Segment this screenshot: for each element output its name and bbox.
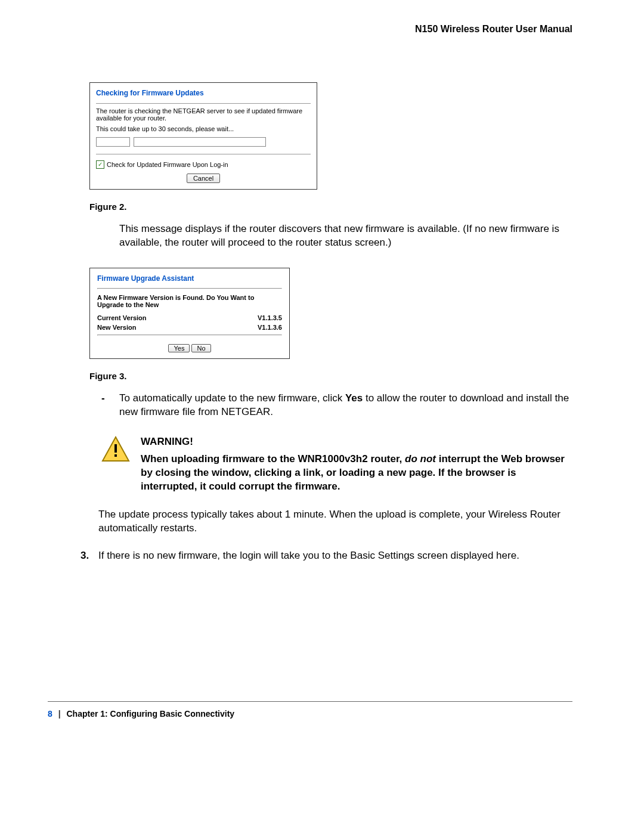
divider <box>97 288 282 289</box>
bullet-text-before: To automatically update to the new firmw… <box>119 392 345 404</box>
footer-separator: | <box>58 709 61 719</box>
document-header-title: N150 Wireless Router User Manual <box>72 24 572 35</box>
yes-button[interactable]: Yes <box>168 344 190 352</box>
figure3-caption: Figure 3. <box>89 371 572 381</box>
footer-divider <box>48 701 572 702</box>
new-version-value: V1.1.3.6 <box>258 324 282 331</box>
check-update-on-login-checkbox[interactable]: ✓ <box>96 160 104 169</box>
svg-rect-1 <box>114 444 117 453</box>
page-number: 8 <box>48 709 52 719</box>
step-3-number: 3. <box>80 549 98 563</box>
bullet-auto-update: - To automatically update to the new fir… <box>101 392 572 419</box>
step-3-text: If there is no new firmware, the login w… <box>98 549 572 563</box>
svg-rect-2 <box>114 454 117 457</box>
warning-text: When uploading firmware to the WNR1000v3… <box>141 453 572 494</box>
paragraph-1: This message displays if the router disc… <box>119 222 572 250</box>
progress-segment-small <box>96 137 130 147</box>
dash-marker: - <box>101 392 119 419</box>
current-version-label: Current Version <box>97 314 147 321</box>
new-version-label: New Version <box>97 324 136 331</box>
panel3-title: Firmware Upgrade Assistant <box>97 274 282 285</box>
progress-row <box>96 137 311 147</box>
cancel-button[interactable]: Cancel <box>187 174 220 183</box>
bullet-yes-word: Yes <box>345 392 363 404</box>
panel2-line1: The router is checking the NETGEAR serve… <box>96 107 311 122</box>
panel2-title: Checking for Firmware Updates <box>96 89 311 100</box>
panel2-line2: This could take up to 30 seconds, please… <box>96 125 311 132</box>
warning-part1: When uploading firmware to the WNR1000v3… <box>141 453 405 465</box>
panel3-question: A New Firmware Version is Found. Do You … <box>97 294 282 308</box>
footer-chapter: Chapter 1: Configuring Basic Connectivit… <box>67 709 235 719</box>
step-3: 3. If there is no new firmware, the logi… <box>80 549 572 563</box>
warning-heading: WARNING! <box>141 436 572 448</box>
checking-firmware-panel: Checking for Firmware Updates The router… <box>89 82 317 190</box>
divider <box>96 103 311 104</box>
paragraph-update-duration: The update process typically takes about… <box>98 508 572 535</box>
progress-segment-large <box>134 137 266 147</box>
divider <box>97 335 282 336</box>
figure2-caption: Figure 2. <box>89 202 572 212</box>
no-button[interactable]: No <box>191 344 210 352</box>
page-footer: 8 | Chapter 1: Configuring Basic Connect… <box>48 709 234 719</box>
warning-do-not: do not <box>405 453 436 465</box>
divider <box>96 154 311 154</box>
warning-icon <box>101 436 131 494</box>
current-version-value: V1.1.3.5 <box>258 314 282 321</box>
firmware-upgrade-assistant-panel: Firmware Upgrade Assistant A New Firmwar… <box>89 268 290 359</box>
checkbox-label: Check for Updated Firmware Upon Log-in <box>107 161 228 168</box>
